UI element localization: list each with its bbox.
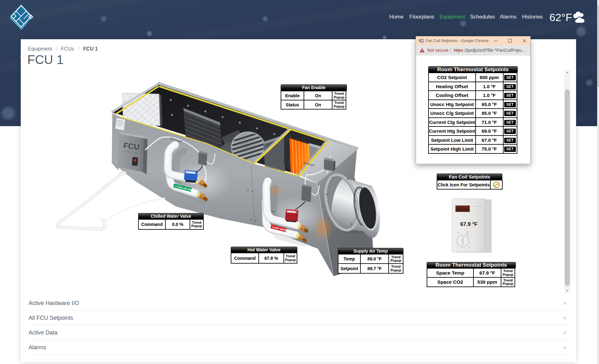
svg-text:-: - [455,245,456,249]
svg-text:CONTROLS: CONTROLS [473,208,484,210]
svg-text:FCU: FCU [123,141,140,151]
svg-text:+: + [468,246,470,249]
svg-text:DISTECH: DISTECH [473,206,483,207]
svg-text:67.9 °F: 67.9 °F [460,221,478,227]
